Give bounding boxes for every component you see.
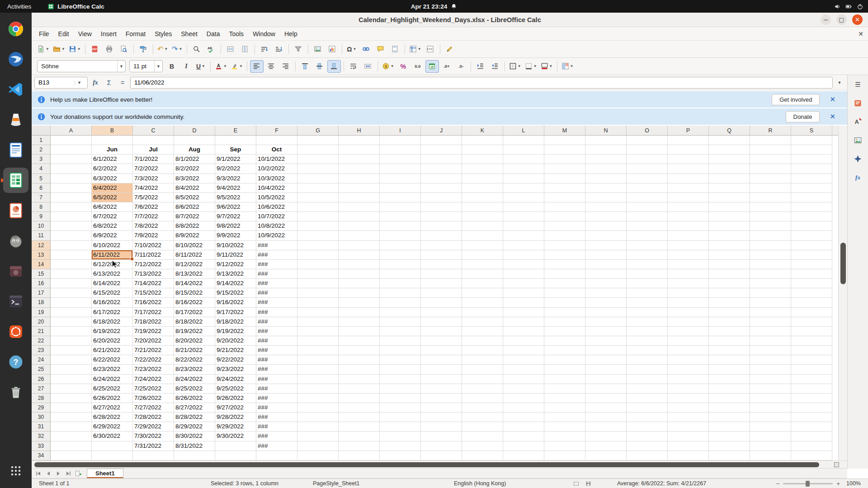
cell[interactable]: 8/10/2022	[174, 241, 215, 250]
cell[interactable]	[339, 394, 380, 403]
cell[interactable]: 9/10/2022	[215, 241, 256, 250]
cell[interactable]	[421, 174, 462, 183]
column-header-L[interactable]: L	[503, 126, 544, 136]
cell[interactable]	[544, 413, 585, 422]
cell[interactable]	[297, 432, 339, 441]
cell[interactable]	[503, 432, 544, 441]
cell[interactable]	[668, 317, 709, 327]
cell[interactable]	[297, 288, 339, 298]
cell[interactable]	[668, 422, 709, 432]
cell[interactable]: 9/13/2022	[215, 269, 256, 279]
cell[interactable]	[791, 308, 832, 317]
cell[interactable]	[668, 174, 709, 183]
cell[interactable]: 7/16/2022	[133, 298, 174, 307]
cell[interactable]	[627, 174, 668, 183]
cell[interactable]: 6/12/2022	[92, 260, 133, 269]
cell[interactable]	[503, 403, 544, 413]
comment-icon[interactable]	[374, 43, 387, 56]
cell[interactable]	[297, 145, 339, 155]
cell[interactable]	[627, 136, 668, 145]
cell[interactable]	[421, 183, 462, 193]
cell[interactable]	[339, 288, 380, 298]
sidebar-settings-icon[interactable]: ☰	[852, 78, 864, 91]
cell[interactable]	[585, 155, 627, 164]
cell[interactable]	[585, 394, 627, 403]
cell[interactable]	[380, 403, 421, 413]
menu-sheet[interactable]: Sheet	[176, 27, 202, 40]
cell[interactable]	[544, 174, 585, 183]
cell[interactable]	[174, 136, 215, 145]
clone-formatting-icon[interactable]	[137, 43, 150, 56]
cell[interactable]	[627, 288, 668, 298]
cell[interactable]	[297, 279, 339, 288]
cell[interactable]: 9/12/2022	[215, 260, 256, 269]
cell[interactable]	[421, 279, 462, 288]
cell[interactable]	[503, 241, 544, 250]
cell[interactable]: ###	[256, 355, 297, 365]
cell[interactable]	[51, 451, 92, 460]
cell[interactable]	[380, 336, 421, 346]
cell[interactable]	[503, 375, 544, 384]
cell[interactable]	[709, 155, 750, 164]
cell[interactable]	[380, 164, 421, 174]
cell[interactable]: 8/23/2022	[174, 365, 215, 374]
cell[interactable]: 6/22/2022	[92, 355, 133, 365]
cell[interactable]: 9/8/2022	[215, 221, 256, 231]
cell[interactable]: ###	[256, 327, 297, 336]
cell[interactable]	[585, 174, 627, 183]
row-header-21[interactable]: 21	[32, 327, 51, 336]
cell[interactable]	[709, 279, 750, 288]
cell[interactable]	[585, 327, 627, 336]
cell[interactable]	[51, 317, 92, 327]
cell[interactable]	[668, 346, 709, 355]
row-header-34[interactable]: 34	[32, 451, 51, 460]
cell[interactable]	[791, 155, 832, 164]
row-header-13[interactable]: 13	[32, 250, 51, 260]
cell[interactable]	[51, 260, 92, 269]
terminal-icon[interactable]	[3, 289, 28, 314]
row-header-18[interactable]: 18	[32, 298, 51, 307]
cell[interactable]	[750, 451, 791, 460]
cell[interactable]	[544, 183, 585, 193]
cell[interactable]: 6/14/2022	[92, 279, 133, 288]
cell[interactable]: 8/8/2022	[174, 221, 215, 231]
cell[interactable]: 9/15/2022	[215, 288, 256, 298]
cell[interactable]	[503, 327, 544, 336]
cell[interactable]	[791, 260, 832, 269]
cell[interactable]	[339, 441, 380, 451]
cell[interactable]	[421, 413, 462, 422]
cell[interactable]	[585, 422, 627, 432]
styles-icon[interactable]: A	[852, 115, 864, 128]
cell[interactable]	[668, 298, 709, 307]
cell[interactable]	[668, 250, 709, 260]
cell[interactable]	[503, 317, 544, 327]
cell[interactable]	[503, 308, 544, 317]
cell[interactable]	[462, 288, 503, 298]
cell[interactable]	[51, 231, 92, 240]
cell[interactable]	[503, 394, 544, 403]
cell[interactable]	[668, 279, 709, 288]
cell[interactable]	[51, 164, 92, 174]
dropdown-arrow-icon[interactable]: ▼	[549, 64, 553, 68]
cell[interactable]	[421, 355, 462, 365]
cell[interactable]	[380, 413, 421, 422]
select-all-corner[interactable]	[32, 126, 51, 136]
cell[interactable]: 7/1/2022	[133, 155, 174, 164]
cell[interactable]	[297, 174, 339, 183]
dropdown-arrow-icon[interactable]: ▼	[518, 64, 521, 68]
special-character-icon[interactable]: Ω▼	[345, 43, 359, 56]
cell[interactable]	[668, 260, 709, 269]
cell[interactable]	[339, 260, 380, 269]
cell[interactable]	[380, 327, 421, 336]
cell[interactable]	[544, 394, 585, 403]
cell[interactable]: 8/18/2022	[174, 317, 215, 327]
cell[interactable]	[421, 441, 462, 451]
row-header-7[interactable]: 7	[32, 193, 51, 202]
cell[interactable]	[51, 241, 92, 250]
cell[interactable]	[462, 260, 503, 269]
cell[interactable]	[627, 155, 668, 164]
cell[interactable]	[339, 346, 380, 355]
cell[interactable]: 9/27/2022	[215, 403, 256, 413]
cell[interactable]: 8/25/2022	[174, 384, 215, 394]
cell[interactable]	[791, 336, 832, 346]
